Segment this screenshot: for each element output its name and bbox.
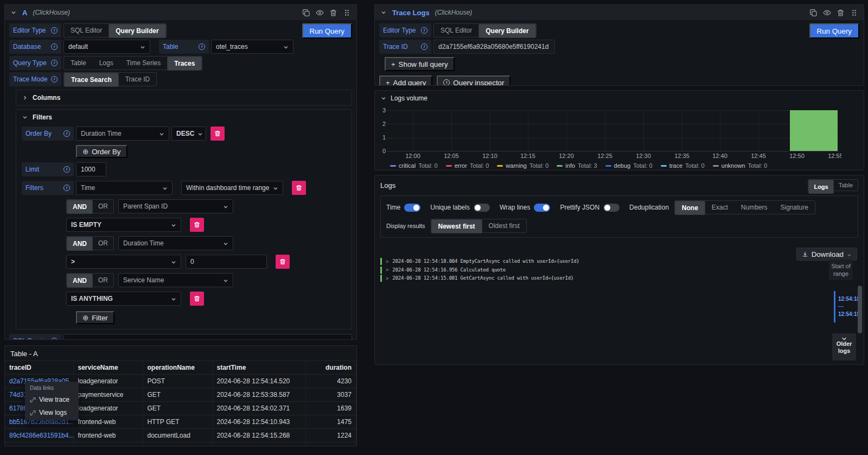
download-button[interactable]: Download: [796, 248, 857, 261]
filter-condition-select[interactable]: IS EMPTY: [66, 218, 181, 232]
drag-handle-icon[interactable]: [343, 9, 351, 17]
info-icon[interactable]: i: [199, 43, 205, 50]
table-select[interactable]: otel_traces: [211, 40, 293, 54]
legend-item[interactable]: traceTotal: 0: [661, 162, 705, 169]
query-inspector-button[interactable]: iQuery inspector: [437, 75, 510, 86]
hide-response-eye-icon[interactable]: [316, 9, 324, 17]
oldest-first-option[interactable]: Oldest first: [482, 219, 526, 232]
or-option[interactable]: OR: [93, 237, 113, 250]
log-row[interactable]: >2024-06-28 12:54:15.081 GetCartAsync ca…: [380, 274, 793, 283]
query-type-timeseries[interactable]: Time Series: [120, 56, 168, 69]
add-query-button[interactable]: +Add query: [379, 75, 432, 86]
and-option[interactable]: AND: [67, 274, 93, 288]
collapse-chevron-icon[interactable]: [380, 9, 387, 16]
filter-time-field-select[interactable]: Time: [76, 181, 173, 195]
info-icon[interactable]: i: [63, 130, 70, 137]
info-icon[interactable]: i: [51, 76, 58, 83]
log-nav-scrollbar[interactable]: [858, 286, 862, 333]
legend-item[interactable]: errorTotal: 0: [446, 162, 489, 169]
run-query-button[interactable]: Run Query: [809, 23, 859, 39]
dedup-none[interactable]: None: [675, 201, 705, 215]
legend-item[interactable]: unknownTotal: 0: [713, 162, 768, 169]
logs-volume-chart[interactable]: [387, 110, 839, 151]
expand-log-chevron-icon[interactable]: >: [386, 259, 388, 264]
filter-condition-select[interactable]: >: [66, 255, 181, 269]
filter-field-select[interactable]: Parent Span ID: [118, 199, 233, 213]
query-type-traces[interactable]: Traces: [167, 56, 202, 71]
trace-id-link[interactable]: 9ae7acf81341986...: [5, 443, 73, 447]
remove-query-trash-icon[interactable]: [329, 9, 337, 17]
collapse-chevron-icon[interactable]: [10, 9, 17, 16]
show-full-query-button[interactable]: +Show full query: [385, 57, 455, 71]
remove-order-by-button[interactable]: [210, 127, 225, 141]
view-trace-menu-item[interactable]: View trace: [25, 393, 79, 406]
col-header-servicename[interactable]: serviceName: [73, 361, 143, 375]
remove-condition-button[interactable]: [190, 292, 204, 306]
drag-handle-icon[interactable]: [850, 9, 858, 17]
trace-search-option[interactable]: Trace Search: [64, 73, 119, 87]
wrap-lines-toggle[interactable]: Wrap lines: [500, 204, 550, 212]
col-header-starttime[interactable]: startTime: [212, 361, 305, 375]
prettify-json-toggle[interactable]: Prettify JSON: [560, 204, 620, 212]
filter-value-input[interactable]: [186, 255, 267, 269]
view-logs-menu-item[interactable]: View logs: [25, 406, 79, 419]
trace-id-input[interactable]: [433, 40, 555, 54]
sql-editor-option[interactable]: SQL Editor: [64, 24, 108, 37]
filter-time-range-select[interactable]: Within dashboard time range: [181, 181, 283, 195]
order-by-field-select[interactable]: Duration Time: [76, 127, 169, 141]
logs-view-option[interactable]: Logs: [808, 180, 833, 194]
trace-id-option[interactable]: Trace ID: [119, 73, 157, 86]
filter-field-select[interactable]: Service Name: [118, 273, 233, 287]
table-view-option[interactable]: Table: [834, 180, 858, 191]
info-icon[interactable]: i: [63, 166, 70, 173]
remove-condition-button[interactable]: [276, 255, 290, 269]
limit-input[interactable]: [76, 162, 106, 176]
duplicate-query-icon[interactable]: [302, 9, 310, 17]
sql-editor-option[interactable]: SQL Editor: [434, 24, 478, 37]
log-row[interactable]: >2024-06-28 12:54:18.004 EmptyCartAsync …: [380, 257, 793, 266]
legend-item[interactable]: criticalTotal: 0: [390, 162, 438, 169]
filter-condition-select[interactable]: IS ANYTHING: [66, 292, 181, 306]
query-type-logs[interactable]: Logs: [93, 56, 120, 69]
remove-condition-button[interactable]: [190, 218, 204, 232]
info-icon[interactable]: i: [63, 185, 70, 191]
or-option[interactable]: OR: [93, 274, 113, 287]
query-builder-option[interactable]: Query Builder: [478, 24, 535, 38]
newest-first-option[interactable]: Newest first: [431, 219, 482, 233]
info-icon[interactable]: i: [51, 60, 58, 66]
query-type-table[interactable]: Table: [64, 56, 93, 69]
expand-log-chevron-icon[interactable]: >: [386, 276, 388, 281]
order-by-direction-select[interactable]: DESC: [171, 127, 206, 141]
unique-labels-toggle[interactable]: Unique labels: [430, 204, 490, 212]
query-builder-option[interactable]: Query Builder: [108, 24, 165, 38]
col-header-operationname[interactable]: operationName: [143, 361, 212, 375]
legend-item[interactable]: debugTotal: 0: [605, 162, 653, 169]
and-option[interactable]: AND: [67, 200, 93, 214]
time-toggle[interactable]: Time: [386, 204, 420, 212]
legend-item[interactable]: infoTotal: 3: [557, 162, 597, 169]
or-option[interactable]: OR: [93, 200, 113, 213]
info-icon[interactable]: i: [51, 338, 58, 340]
hide-response-eye-icon[interactable]: [823, 9, 831, 17]
trace-id-link[interactable]: 89cf4286e631591b4...: [5, 429, 73, 443]
expand-log-chevron-icon[interactable]: >: [386, 267, 388, 273]
log-row[interactable]: >2024-06-28 12:54:16.956 Calculated quot…: [380, 266, 793, 275]
info-icon[interactable]: i: [51, 27, 58, 34]
columns-section[interactable]: Columns: [16, 90, 352, 106]
remove-filter-button[interactable]: [292, 181, 306, 195]
duplicate-query-icon[interactable]: [809, 9, 818, 17]
query-row-header[interactable]: Trace Logs (ClickHouse): [375, 5, 864, 20]
query-row-header[interactable]: A (ClickHouse): [5, 5, 356, 20]
and-option[interactable]: AND: [67, 237, 93, 251]
info-icon[interactable]: i: [421, 27, 427, 34]
col-header-traceid[interactable]: traceID: [5, 361, 73, 375]
remove-query-trash-icon[interactable]: [837, 9, 845, 17]
info-icon[interactable]: i: [51, 43, 58, 50]
add-order-by-button[interactable]: ⊕Order By: [76, 145, 127, 158]
logs-volume-header[interactable]: Logs volume: [375, 91, 864, 102]
info-icon[interactable]: i: [421, 43, 427, 50]
dedup-numbers[interactable]: Numbers: [735, 201, 774, 214]
col-header-duration[interactable]: duration: [305, 361, 356, 375]
database-select[interactable]: default: [63, 40, 150, 54]
dedup-signature[interactable]: Signature: [774, 201, 815, 214]
